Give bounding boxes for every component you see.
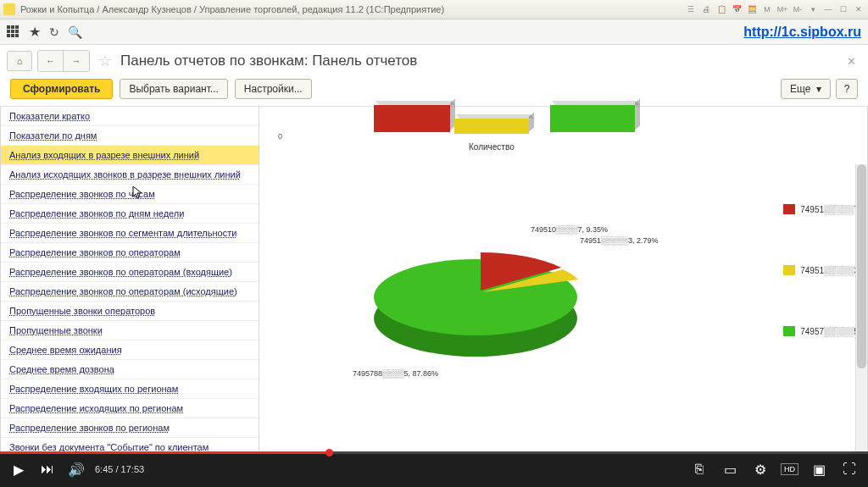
player-progress[interactable] [0, 451, 868, 454]
sidebar-item[interactable]: Распределение звонков по сегментам длите… [1, 224, 259, 243]
bar-chart-fragment [374, 105, 637, 134]
nav-back-button[interactable]: ← [38, 51, 64, 71]
settings-icon[interactable]: ⚙ [750, 459, 771, 479]
pie-chart: 749510░░░░7, 9.35% 74951░░░░░3, 2.79% 74… [353, 217, 624, 371]
sys-icon[interactable]: 📋 [715, 3, 727, 15]
sidebar-item[interactable]: Показатели кратко [1, 107, 259, 126]
hd-badge[interactable]: HD [781, 463, 798, 475]
report-list-sidebar[interactable]: Показатели краткоПоказатели по днямАнали… [0, 107, 259, 457]
sys-icon[interactable]: 📅 [731, 3, 743, 15]
sidebar-item[interactable]: Пропущенные звонки [1, 321, 259, 340]
generate-button[interactable]: Сформировать [10, 79, 113, 99]
play-button[interactable]: ▶ [8, 459, 29, 479]
external-link[interactable]: http://1c.sipbox.ru [743, 25, 861, 40]
sys-icon[interactable]: ☰ [685, 3, 697, 15]
help-button[interactable]: ? [836, 79, 858, 99]
apps-grid-icon[interactable] [7, 25, 20, 39]
sidebar-item[interactable]: Распределение звонков по регионам [1, 418, 259, 438]
sidebar-item[interactable]: Анализ исходящих звонков в разрезе внешн… [1, 165, 259, 185]
pie-label-2: 74951░░░░░3, 2.79% [580, 236, 658, 245]
sidebar-item[interactable]: Пропущенные звонки операторов [1, 302, 259, 321]
content-scrollbar[interactable] [855, 164, 867, 456]
close-button[interactable]: ✕ [853, 3, 865, 15]
settings-button[interactable]: Настройки... [235, 79, 312, 99]
sidebar-item[interactable]: Среднее время дозвона [1, 360, 259, 379]
volume-button[interactable]: 🔊 [66, 459, 86, 479]
page-header: ⌂ ← → ☆ Панель отчетов по звонкам: Панел… [0, 45, 868, 75]
nav-home-button[interactable]: ⌂ [7, 51, 32, 71]
legend-entry: 74951░░░░░7 [783, 204, 859, 214]
legend-entry: 74957░░░░░5 [783, 326, 859, 336]
m-button[interactable]: M [761, 3, 773, 15]
nav-forward-button[interactable]: → [64, 51, 89, 71]
sidebar-item[interactable]: Распределение входящих по регионам [1, 379, 259, 399]
sidebar-item[interactable]: Распределение исходящих по регионам [1, 399, 259, 418]
axis-zero: 0 [278, 132, 282, 141]
window-system-icons: ☰ 🖨 📋 📅 🧮 M M+ M- ▾ — ☐ ✕ [685, 3, 865, 15]
main-toolbar: ★ ↻ 🔍 http://1c.sipbox.ru [0, 19, 868, 45]
legend-entry: 74951░░░░░3 [783, 265, 859, 275]
next-button[interactable]: ⏭ [37, 459, 58, 479]
chart-legend: 74951░░░░░774951░░░░░374957░░░░░5 [783, 204, 859, 336]
theater-icon[interactable]: ▣ [809, 459, 829, 479]
close-tab-button[interactable]: ✕ [842, 55, 861, 68]
video-player-bar: ▶ ⏭ 🔊 6:45 / 17:53 ⎘ ▭ ⚙ HD ▣ ⛶ [0, 451, 868, 487]
favorites-icon[interactable]: ★ [29, 24, 41, 40]
m-plus-button[interactable]: M+ [776, 3, 788, 15]
fav-star-icon[interactable]: ☆ [95, 52, 115, 70]
sidebar-item[interactable]: Распределение звонков по операторам (исх… [1, 282, 259, 302]
sidebar-item[interactable]: Распределение звонков по операторам [1, 243, 259, 263]
main-area: Показатели краткоПоказатели по днямАнали… [0, 107, 868, 457]
window-title: Рожки и Копытца / Александр Кузнецов / У… [20, 4, 685, 14]
sidebar-item[interactable]: Анализ входящих в разрезе внешних линий [1, 146, 259, 165]
sys-icon[interactable]: 🖨 [700, 3, 712, 15]
page-title: Панель отчетов по звонкам: Панель отчето… [120, 53, 417, 69]
app-icon [3, 3, 15, 15]
more-button[interactable]: Еще ▾ [781, 79, 831, 99]
fullscreen-icon[interactable]: ⛶ [839, 459, 860, 479]
search-icon[interactable]: 🔍 [68, 25, 82, 39]
watch-later-icon[interactable]: ⎘ [689, 459, 709, 479]
sidebar-item[interactable]: Показатели по дням [1, 126, 259, 146]
window-titlebar: Рожки и Копытца / Александр Кузнецов / У… [0, 0, 868, 19]
sys-icon[interactable]: 🧮 [746, 3, 758, 15]
history-icon[interactable]: ↻ [49, 25, 59, 39]
minimize-button[interactable]: — [822, 3, 834, 15]
pie-label-3: 7495788░░░░5, 87.86% [353, 369, 438, 378]
sidebar-item[interactable]: Распределение звонков по операторам (вхо… [1, 263, 259, 282]
dropdown-icon[interactable]: ▾ [807, 3, 819, 15]
pie-label-1: 749510░░░░7, 9.35% [531, 225, 608, 234]
cards-icon[interactable]: ▭ [720, 459, 740, 479]
player-time: 6:45 / 17:53 [95, 464, 144, 474]
bar-axis-label: Количество [469, 142, 515, 152]
sidebar-item[interactable]: Среднее время ожидания [1, 340, 259, 360]
sidebar-item[interactable]: Распределение звонков по дням недели [1, 204, 259, 224]
report-content: 0 Количество 74951░░░░░774951░░░░░374957… [259, 107, 868, 457]
choose-variant-button[interactable]: Выбрать вариант... [120, 79, 227, 99]
maximize-button[interactable]: ☐ [837, 3, 849, 15]
sidebar-item[interactable]: Распределение звонков по часам [1, 185, 259, 204]
m-minus-button[interactable]: M- [792, 3, 804, 15]
